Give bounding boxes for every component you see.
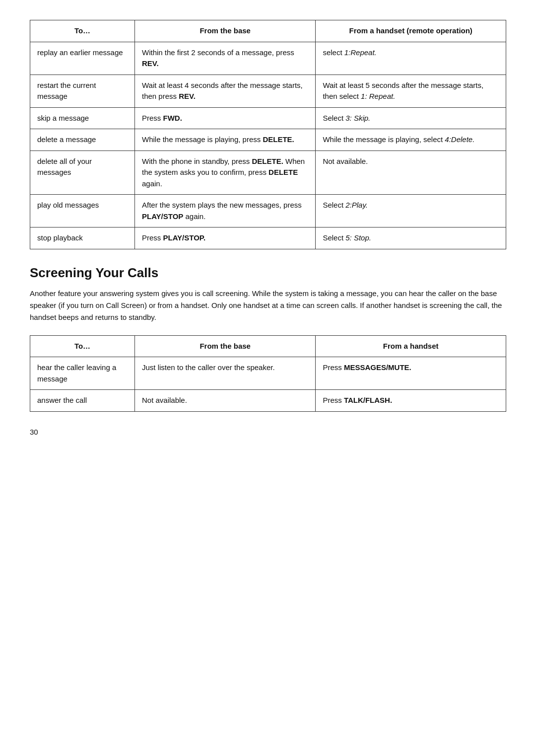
- to-cell: restart the current message: [30, 75, 135, 107]
- section-paragraph: Another feature your answering system gi…: [30, 288, 506, 323]
- table-row: hear the caller leaving a message Just l…: [30, 357, 506, 390]
- table1: To… From the base From a handset (remote…: [30, 20, 506, 249]
- section-heading: Screening Your Calls: [30, 265, 506, 281]
- table-row: answer the call Not available. Press TAL…: [30, 390, 506, 412]
- table1-header-handset: From a handset (remote operation): [316, 20, 506, 42]
- to-cell: delete a message: [30, 129, 135, 151]
- handset-cell: Not available.: [316, 151, 506, 195]
- table-row: restart the current message Wait at leas…: [30, 75, 506, 107]
- table2-header-to: To…: [30, 335, 135, 357]
- handset-cell: Select 5: Stop.: [316, 227, 506, 249]
- handset-cell: Press TALK/FLASH.: [316, 390, 506, 412]
- to-cell: play old messages: [30, 195, 135, 227]
- handset-cell: Press MESSAGES/MUTE.: [316, 357, 506, 390]
- table2-header-handset: From a handset: [316, 335, 506, 357]
- table-row: replay an earlier message Within the fir…: [30, 42, 506, 75]
- table-row: play old messages After the system plays…: [30, 195, 506, 227]
- to-cell: hear the caller leaving a message: [30, 357, 135, 390]
- handset-cell: Select 2:Play.: [316, 195, 506, 227]
- page-number: 30: [30, 428, 506, 436]
- table-row: delete all of your messages With the pho…: [30, 151, 506, 195]
- page-content: To… From the base From a handset (remote…: [30, 20, 506, 436]
- handset-cell: Select 3: Skip.: [316, 107, 506, 129]
- table-row: stop playback Press PLAY/STOP. Select 5:…: [30, 227, 506, 249]
- base-cell: Press PLAY/STOP.: [134, 227, 315, 249]
- table1-header-base: From the base: [134, 20, 315, 42]
- base-cell: While the message is playing, press DELE…: [134, 129, 315, 151]
- handset-cell: select 1:Repeat.: [316, 42, 506, 75]
- to-cell: replay an earlier message: [30, 42, 135, 75]
- base-cell: Not available.: [134, 390, 315, 412]
- to-cell: skip a message: [30, 107, 135, 129]
- handset-cell: While the message is playing, select 4:D…: [316, 129, 506, 151]
- base-cell: Within the first 2 seconds of a message,…: [134, 42, 315, 75]
- base-cell: Press FWD.: [134, 107, 315, 129]
- base-cell: Wait at least 4 seconds after the messag…: [134, 75, 315, 107]
- to-cell: stop playback: [30, 227, 135, 249]
- base-cell: With the phone in standby, press DELETE.…: [134, 151, 315, 195]
- table2: To… From the base From a handset hear th…: [30, 335, 506, 412]
- table1-header-to: To…: [30, 20, 135, 42]
- handset-cell: Wait at least 5 seconds after the messag…: [316, 75, 506, 107]
- table-row: skip a message Press FWD. Select 3: Skip…: [30, 107, 506, 129]
- table-row: delete a message While the message is pl…: [30, 129, 506, 151]
- base-cell: After the system plays the new messages,…: [134, 195, 315, 227]
- to-cell: answer the call: [30, 390, 135, 412]
- table2-header-base: From the base: [134, 335, 315, 357]
- to-cell: delete all of your messages: [30, 151, 135, 195]
- base-cell: Just listen to the caller over the speak…: [134, 357, 315, 390]
